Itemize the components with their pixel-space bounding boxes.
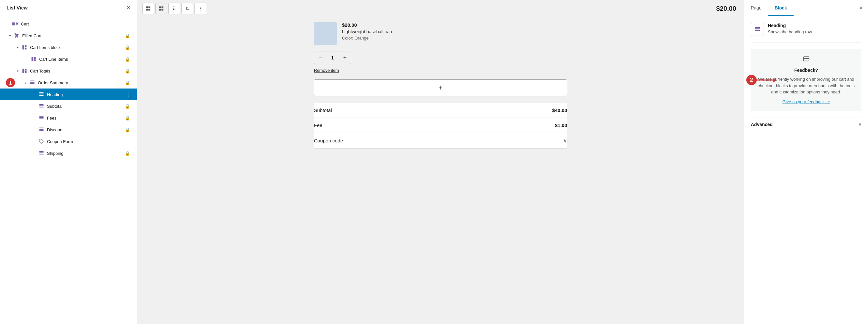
sidebar-item-label: Filled Cart	[22, 33, 125, 38]
svg-rect-20	[39, 117, 44, 118]
chevron-right-icon: ▸	[22, 81, 29, 85]
lock-icon: 🔒	[125, 116, 133, 120]
sidebar-item-subtotal[interactable]: Subtotal 🔒	[0, 100, 137, 112]
coupon-row[interactable]: Coupon code ∨	[314, 133, 567, 149]
shipping-icon	[38, 150, 45, 157]
block-icon	[30, 56, 37, 63]
chevron-down-icon: ▾	[14, 46, 21, 49]
sidebar-item-cart-items-block[interactable]: ▾ Cart Items block 🔒	[0, 41, 137, 53]
block-info-icon	[751, 23, 764, 36]
svg-rect-29	[146, 6, 148, 8]
tab-block[interactable]: Block	[768, 1, 794, 16]
chevron-down-icon: ▾	[6, 34, 13, 37]
right-panel-close-button[interactable]: ×	[854, 0, 868, 16]
block-info-title: Heading	[768, 23, 813, 28]
list-view-close-button[interactable]: ×	[127, 5, 130, 10]
svg-rect-15	[39, 95, 44, 96]
block-info-section: Heading Shows the heading row.	[751, 23, 862, 43]
feedback-icon	[757, 56, 855, 65]
advanced-section[interactable]: Advanced ∨	[751, 118, 862, 131]
coupon-chevron-icon: ∨	[563, 138, 567, 144]
svg-rect-31	[146, 9, 148, 11]
remove-item-link[interactable]: Remove item	[314, 68, 567, 73]
drag-handle-button[interactable]: ⠿	[168, 3, 180, 14]
sidebar-item-coupon-form[interactable]: Coupon Form	[0, 136, 137, 147]
svg-rect-5	[34, 57, 36, 59]
feedback-title: Feedback?	[757, 68, 855, 73]
svg-rect-2	[25, 46, 27, 47]
sidebar-item-cart-line-items[interactable]: Cart Line Items 🔒	[0, 53, 137, 65]
svg-rect-34	[161, 6, 163, 8]
svg-rect-23	[39, 129, 44, 130]
dots-vertical-icon: ⋮	[198, 6, 203, 11]
sidebar-item-label: Subtotal	[47, 104, 125, 109]
svg-rect-10	[30, 81, 35, 81]
sidebar-item-cart-totals[interactable]: ▾ Cart Totals 🔒	[0, 65, 137, 77]
cart-icon	[12, 20, 19, 27]
move-up-down-button[interactable]: ⇅	[181, 3, 193, 14]
sidebar-item-label: Cart Items block	[30, 45, 125, 50]
svg-rect-33	[159, 6, 161, 8]
feedback-link[interactable]: Give us your feedback. ↗	[782, 99, 830, 104]
svg-rect-36	[161, 9, 163, 11]
sidebar-item-discount[interactable]: Discount 🔒	[0, 124, 137, 136]
svg-rect-11	[30, 82, 35, 83]
svg-rect-24	[39, 130, 44, 131]
annotation-badge-2: 2	[746, 75, 757, 85]
product-meta: Color: Orange	[342, 36, 567, 40]
block-info-text: Heading Shows the heading row.	[768, 23, 813, 34]
more-options-button[interactable]: ⋮	[194, 3, 206, 14]
drag-dots-icon: ⠿	[173, 6, 176, 11]
sidebar-item-label: Discount	[47, 127, 125, 132]
product-name: Lightweight baseball cap	[342, 29, 567, 34]
svg-rect-3	[25, 48, 27, 50]
sidebar-item-fees[interactable]: Fees 🔒	[0, 112, 137, 124]
svg-rect-16	[39, 104, 44, 105]
coupon-label: Coupon code	[314, 138, 343, 143]
tab-page[interactable]: Page	[744, 1, 768, 16]
feedback-body: We are currently working on improving ou…	[757, 76, 855, 95]
list-view-panel: List View × Cart ▾ Filled Cart 🔒 ▾	[0, 0, 137, 324]
subtotal-label: Subtotal	[314, 108, 332, 113]
editor-toolbar: ⠿ ⇅ ⋮ $20.00	[137, 0, 744, 17]
active-block-button[interactable]	[155, 3, 167, 14]
sidebar-item-heading[interactable]: Heading ⋮	[0, 89, 137, 100]
svg-rect-37	[755, 27, 760, 28]
coupon-icon	[38, 138, 45, 145]
lock-icon: 🔒	[125, 45, 133, 50]
list-view-header: List View ×	[0, 0, 137, 16]
lock-icon: 🔒	[125, 68, 133, 73]
sidebar-item-label: Coupon Form	[47, 139, 133, 144]
sidebar-item-order-summary[interactable]: 1 ▸ Order Summary 🔒	[0, 77, 137, 89]
svg-rect-32	[149, 9, 150, 11]
sidebar-item-label: Order Summary	[38, 80, 125, 85]
quantity-value: 1	[326, 52, 339, 64]
quantity-increase-button[interactable]: +	[339, 52, 351, 64]
fee-row: Fee $1.00	[314, 118, 567, 133]
panel-tabs: Page Block	[744, 1, 854, 16]
dots-menu[interactable]: ⋮	[125, 91, 133, 98]
chevron-updown-icon: ⇅	[185, 6, 189, 11]
sidebar-item-filled-cart[interactable]: ▾ Filled Cart 🔒	[0, 30, 137, 41]
main-editor: ⠿ ⇅ ⋮ $20.00 $20.00 Lightweight baseball…	[137, 0, 744, 324]
cart-totals: Subtotal $40.00 Fee $1.00 Coupon code ∨	[314, 103, 567, 149]
sidebar-item-label: Cart	[21, 22, 133, 26]
block-selector-button[interactable]	[142, 3, 154, 14]
quantity-decrease-button[interactable]: −	[314, 52, 326, 64]
product-info: $20.00 Lightweight baseball cap Color: O…	[342, 22, 567, 40]
sidebar-item-cart[interactable]: Cart	[0, 18, 137, 30]
add-block-button[interactable]: +	[314, 79, 567, 96]
svg-rect-27	[39, 152, 44, 153]
fees-icon	[38, 114, 45, 121]
chevron-down-icon: ∨	[859, 122, 862, 127]
svg-rect-21	[39, 119, 44, 119]
svg-rect-12	[30, 83, 35, 84]
block-info-description: Shows the heading row.	[768, 29, 813, 34]
svg-rect-13	[39, 92, 44, 93]
svg-rect-39	[755, 30, 760, 31]
fee-label: Fee	[314, 122, 322, 128]
tree-container: Cart ▾ Filled Cart 🔒 ▾ Cart Items block …	[0, 16, 137, 324]
sidebar-item-shipping[interactable]: Shipping 🔒	[0, 147, 137, 159]
svg-rect-38	[755, 28, 760, 29]
svg-rect-35	[159, 9, 161, 11]
